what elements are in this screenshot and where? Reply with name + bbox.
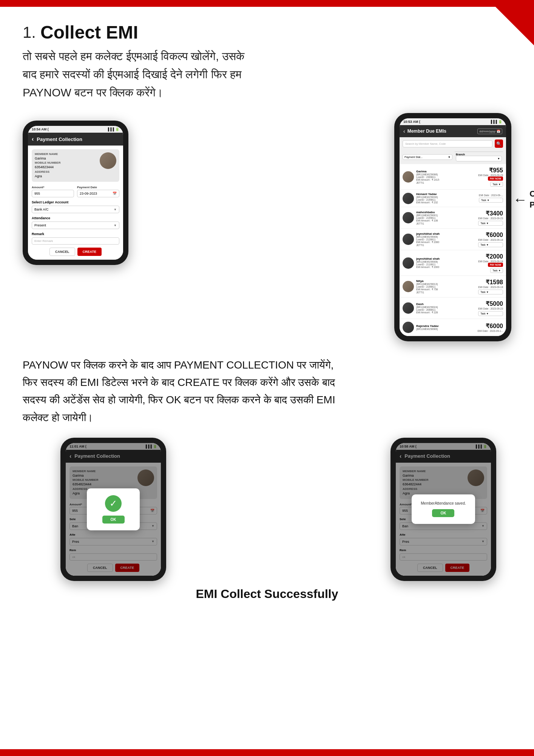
emi-avatar-mahesh	[403, 212, 414, 223]
phones-row-top: 10:54 AM ( ▐▐▐ 🔋 ‹ Payment Collection ME…	[23, 113, 511, 341]
phone2-branch-select[interactable]: ▼	[456, 156, 502, 161]
phone1-ledger-val: Bank A/C	[34, 208, 49, 211]
emi-right-garima: ₹955 EMI Date : 2023-09-23 PAY NOW Task …	[478, 167, 503, 187]
phone1-attendance-val: Present	[34, 223, 46, 227]
phone2-search-row: Search by Member Name, Code 🔍	[400, 137, 506, 150]
click-annotation-arrow-row: ← Click Pay Now	[513, 189, 534, 210]
phone2-branch-label: Branch	[456, 153, 502, 156]
section-title: Collect EMI	[40, 22, 138, 43]
phone1-amount-val: 955	[34, 192, 40, 195]
phone3-modal-ok-button[interactable]: OK	[102, 516, 125, 524]
bottom-red-bar	[0, 749, 534, 756]
task-jayesh1-button[interactable]: Task ▼	[478, 242, 503, 247]
emi-right-dash: ₹5000 EMI Date : 2023-09-23 Task ▼	[478, 300, 503, 316]
emi-avatar-dash	[403, 302, 414, 314]
phone1-attendance-label: Attendance	[32, 216, 119, 220]
phone4-container: 10:58 AM ( ▐▐▐ 🔋 ‹ Payment Collection	[390, 438, 496, 581]
phone2-app-header: ‹ Member Due EMIs dd/mm/yyyy 📅	[400, 125, 506, 137]
pay-now-garima-button[interactable]: PAY NOW	[488, 177, 503, 181]
phone3-modal-box: ✓ OK	[87, 488, 140, 530]
phone1-back-icon[interactable]: ‹	[32, 136, 34, 143]
phone2-filter-arrow: ▼	[448, 156, 451, 158]
emi-collect-label: EMI Collect Successfully	[23, 587, 511, 601]
phone2-header-left: ‹ Member Due EMIs	[403, 128, 446, 134]
emi-info-jayesh1: jayeshbhai shah (BR11MEM159008) LoanID :…	[416, 232, 476, 246]
phone2-container: 10:53 AM ( ▐▐▐ 🔋 ‹ Member Due EMIs	[394, 113, 511, 341]
phone2-branch-container: Branch ▼	[455, 152, 503, 163]
phone1-calendar-icon[interactable]: 📅	[113, 192, 117, 195]
phone2-branch-arrow: ▼	[497, 157, 500, 160]
phone3-screen: 11:01 AM ( ▐▐▐ 🔋 ‹ Payment Collection	[66, 443, 161, 576]
task-nitya-button[interactable]: Task ▼	[478, 290, 503, 294]
top-red-bar	[0, 0, 534, 7]
emi-item-hemant: Hemant Yadav (BR11MEM159030) LoanID : 21…	[400, 190, 506, 207]
phone1-cancel-button[interactable]: CANCEL	[49, 248, 75, 256]
emi-item-jayesh1: jayeshbhai shah (BR11MEM159008) LoanID :…	[400, 229, 506, 250]
emi-avatar-nitya	[403, 281, 414, 292]
phone2-search-placeholder: Search by Member Name, Code	[405, 142, 446, 146]
emi-avatar-hemant	[403, 193, 414, 204]
phone2-search-icon[interactable]: 🔍	[495, 139, 503, 148]
phone4-modal-box: MemberAttendance saved. OK	[412, 494, 475, 524]
emi-right-nitya: ₹1598 EMI Date : 2023-09-18 Task ▼	[478, 279, 503, 294]
phone2-payment-status-filter[interactable]: Payment Stat... ▼	[403, 154, 452, 160]
task-jayesh2-button[interactable]: Task ▼	[490, 268, 503, 273]
phone1-date-field: Payment Date 23-09-2023 📅	[77, 186, 119, 197]
phone2-calendar-icon: 📅	[497, 130, 500, 133]
emi-item-nitya: Nitya (BR11MEM159013) LoanID : 2198811 E…	[400, 276, 506, 297]
emi-right-jayesh2: ₹2000 EMI Date : 2023-09-18 PAY NOW Task…	[478, 253, 503, 273]
emi-right-rajendra: ₹6000 EMI Date : 2023-09-1...	[477, 322, 503, 332]
emi-actions-jayesh2: PAY NOW Task ▼	[478, 263, 503, 273]
emi-avatar-garima	[403, 171, 414, 183]
phone2-time: 10:53 AM (	[403, 120, 420, 124]
phone1-attendance-select[interactable]: Present ▼	[32, 222, 119, 229]
phone1-time: 10:54 AM (	[32, 127, 49, 131]
emi-item-rajendra: Rajendra Yadav (BR11MEM158989) ₹6000 EMI…	[400, 319, 506, 336]
phone2-status-bar: 10:53 AM ( ▐▐▐ 🔋	[400, 118, 506, 125]
phone4-modal-ok-button[interactable]: OK	[432, 509, 454, 517]
phone1-attendance-arrow: ▼	[114, 224, 117, 227]
section-description: तो सबसे पहले हम कलेक्ट ईएमआई विकल्प खोले…	[23, 47, 249, 102]
phone1-create-button[interactable]: CREATE	[77, 248, 102, 256]
emi-info-nitya: Nitya (BR11MEM159013) LoanID : 2198811 E…	[416, 279, 476, 294]
phone2-signal: ▐▐▐ 🔋	[490, 120, 502, 124]
phone1-date-input[interactable]: 23-09-2023 📅	[77, 190, 119, 197]
emi-info-mahesh: maheshbabu (BR11MEM159001) LoanID : 2199…	[416, 211, 476, 225]
emi-actions-garima: PAY NOW Task ▼	[478, 177, 503, 187]
emi-avatar-jayesh2	[403, 257, 414, 269]
phone1-mobile-label: MOBILE NUMBER	[35, 161, 60, 164]
phone3-container: 11:01 AM ( ▐▐▐ 🔋 ‹ Payment Collection	[60, 438, 166, 581]
task-hemant-button[interactable]: Task ▼	[479, 198, 503, 203]
phone1-member-name-label: MEMBER NAME	[35, 152, 60, 156]
pay-now-label: Pay Now	[529, 200, 534, 211]
phone1-app-header: ‹ Payment Collection	[28, 133, 123, 146]
task-garima-button[interactable]: Task ▼	[490, 182, 503, 187]
phone2-back-icon[interactable]: ‹	[403, 128, 405, 134]
phone2-search-input[interactable]: Search by Member Name, Code	[403, 140, 492, 147]
phone1-ledger-select[interactable]: Bank A/C ▼	[32, 206, 119, 213]
phone2-date-input[interactable]: dd/mm/yyyy 📅	[477, 129, 502, 134]
emi-info-hemant: Hemant Yadav (BR11MEM159030) LoanID : 21…	[416, 192, 477, 204]
pay-now-jayesh2-button[interactable]: PAY NOW	[488, 263, 503, 267]
phone1-ledger-arrow: ▼	[114, 208, 117, 211]
phone1-member-name-val: Garima	[35, 156, 60, 161]
phone1-member-info: MEMBER NAME Garima MOBILE NUMBER 6354823…	[32, 149, 119, 182]
phone1-avatar-img	[100, 152, 116, 169]
emi-item-dash: Dash (BR11MEM159024) LoanID : 2088811 EM…	[400, 297, 506, 319]
phone1-address-val: Agra	[35, 174, 60, 179]
phone2-mockup: 10:53 AM ( ▐▐▐ 🔋 ‹ Member Due EMIs	[394, 113, 511, 341]
emi-right-hemant: EMI Date : 2023-09-... Task ▼	[479, 194, 503, 203]
phone2-filter-row: Payment Stat... ▼ Branch ▼	[400, 150, 506, 164]
task-dash-button[interactable]: Task ▼	[478, 311, 503, 316]
phone1-date-val: 23-09-2023	[80, 192, 97, 195]
phone1-remark-input[interactable]: Enter Remark	[32, 237, 119, 245]
emi-info-jayesh2: jayeshbhai shah (BR11MEM159008) LoanID :…	[416, 257, 476, 269]
task-mahesh-button[interactable]: Task ▼	[478, 221, 503, 226]
phone1-amount-input[interactable]: 955	[32, 190, 74, 197]
phone4-modal-overlay: MemberAttendance saved. OK	[396, 443, 491, 576]
click-annotation: ← Click Pay Now	[513, 189, 534, 210]
section-heading: 1. Collect EMI	[23, 22, 511, 43]
bottom-phones-row: 11:01 AM ( ▐▐▐ 🔋 ‹ Payment Collection	[23, 438, 511, 581]
phone1-amount-row: Amount* 955 Payment Date 23-09-2023 📅	[32, 186, 119, 197]
emi-right-mahesh: ₹3400 EMI Date : 2023-09-23 Task ▼	[478, 210, 503, 226]
